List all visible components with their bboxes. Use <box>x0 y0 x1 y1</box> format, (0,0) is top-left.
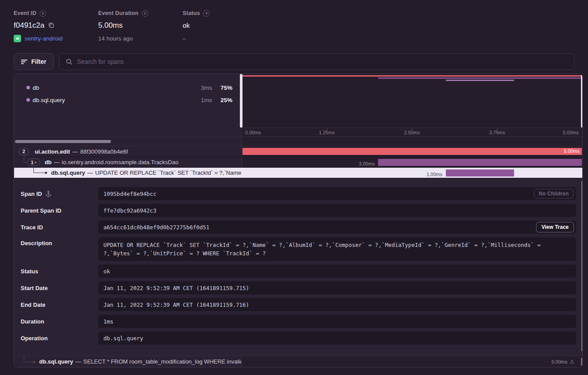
event-id-value: f0491c2a <box>14 21 44 30</box>
toolbar: Filter <box>14 53 574 70</box>
description-value: UPDATE OR REPLACE `Track` SET `TrackId` … <box>103 241 550 257</box>
time-axis: 0.00ms 1.25ms 2.50ms 3.75ms 5.00ms <box>242 128 582 136</box>
span-description: SELECT * FROM room_table_modification_lo… <box>83 358 241 365</box>
minimap-right-handle[interactable] <box>581 74 583 128</box>
op-duration: 3ms <box>195 85 212 91</box>
span-row-db-sql-query-select[interactable]: db.sql.query—SELECT * FROM room_table_mo… <box>14 356 582 367</box>
minimap[interactable] <box>242 74 582 128</box>
op-name: db <box>33 85 39 91</box>
span-op: db <box>44 159 51 165</box>
event-header: Event ID ? f0491c2a sentry-android Event… <box>0 0 588 42</box>
detail-row-span-id: Span ID 1095bd4ef8e94bcc No Children <box>21 187 576 200</box>
detail-row-duration: Duration 1ms <box>21 315 576 328</box>
field-label: Status <box>21 268 38 275</box>
tree-connector <box>24 362 33 362</box>
span-duration-bar[interactable] <box>378 159 582 166</box>
minimap-span-bar <box>378 77 582 79</box>
vertical-scrollbar[interactable] <box>581 181 582 351</box>
status-secondary: – <box>183 35 186 42</box>
span-duration-bar[interactable] <box>581 358 582 366</box>
span-op: db.sql.query <box>39 358 73 365</box>
span-op: db.sql.query <box>51 169 85 176</box>
field-label: End Date <box>21 301 45 308</box>
field-label: Trace ID <box>21 224 43 231</box>
event-duration-value: 5.00ms <box>98 21 123 30</box>
no-children-badge: No Children <box>534 189 573 199</box>
span-op: ui.action.edit <box>35 148 70 155</box>
axis-tick-label: 2.50ms <box>404 130 420 135</box>
span-duration-bar[interactable]: 5.00ms <box>243 148 582 155</box>
trace-minimap-section: db 3ms 75% db.sql.query 1ms 25% <box>14 74 582 146</box>
horizontal-scrollbar-thumb[interactable] <box>15 140 111 143</box>
span-description: UPDATE OR REPLACE `Track` SET `TrackId` … <box>95 169 242 176</box>
span-duration-label: 1.00ms <box>426 172 442 177</box>
field-value-box: db.sql.query <box>98 331 576 345</box>
tree-connector-dot <box>33 361 35 363</box>
timeline-column: 0.00ms 1.25ms 2.50ms 3.75ms 5.00ms <box>242 74 582 146</box>
help-icon[interactable]: ? <box>203 10 209 17</box>
span-description: io.sentry.android.roomsample.data.Tracks… <box>62 159 178 165</box>
tree-connector-dot <box>45 172 47 174</box>
op-percent: 25% <box>212 97 232 103</box>
event-age: 14 hours ago <box>98 35 133 42</box>
help-icon[interactable]: ? <box>40 10 46 17</box>
help-icon[interactable]: ? <box>142 10 148 17</box>
status-block: Status ? ok – <box>183 10 209 42</box>
minimap-left-handle[interactable] <box>240 74 243 128</box>
tree-connector <box>33 166 34 173</box>
operations-breakdown: db 3ms 75% db.sql.query 1ms 25% <box>14 74 242 146</box>
axis-tick-label: 5.00ms <box>563 130 579 135</box>
children-count-badge[interactable]: 2 <box>18 148 29 155</box>
span-duration-label: 5.00ms <box>564 148 580 154</box>
minimap-span-bar <box>446 80 514 81</box>
detail-row-start-date: Start Date Jan 11, 2022 9:52:39 AM CET (… <box>21 281 576 294</box>
warning-icon: ⚠ <box>570 359 574 365</box>
duration-value: 1ms <box>103 318 114 325</box>
span-duration-label: 3.00ms <box>359 161 375 166</box>
span-duration-label: 0.00ms <box>551 359 567 364</box>
span-row-db-sql-query-selected[interactable]: db.sql.query—UPDATE OR REPLACE `Track` S… <box>14 167 582 178</box>
filter-button[interactable]: Filter <box>14 53 54 70</box>
timeline-spacer <box>242 136 582 145</box>
field-value-box: 1ms <box>98 315 576 328</box>
tree-connector <box>33 173 45 173</box>
event-id-block: Event ID ? f0491c2a sentry-android <box>14 10 98 42</box>
event-duration-block: Event Duration ? 5.00ms 14 hours ago <box>98 10 183 42</box>
op-percent: 75% <box>212 85 232 91</box>
view-trace-button[interactable]: View Trace <box>536 222 574 232</box>
anchor-icon[interactable] <box>45 191 51 197</box>
span-id-value: 1095bd4ef8e94bcc <box>103 191 156 197</box>
project-link[interactable]: sentry-android <box>25 35 62 42</box>
field-value-box: Jan 11, 2022 9:52:39 AM CET (1641891159.… <box>98 298 576 311</box>
span-row-db[interactable]: 1^ db—io.sentry.android.roomsample.data.… <box>14 157 582 167</box>
trace-id-value: a654cc61dc0b48ef9d0b27275b6f0d51 <box>103 224 209 231</box>
search-input[interactable] <box>77 58 568 65</box>
detail-row-description: Description UPDATE OR REPLACE `Track` SE… <box>21 237 576 261</box>
tree-connector <box>24 155 24 162</box>
chevron-up-icon: ^ <box>34 161 37 165</box>
axis-tick-label: 1.25ms <box>319 130 334 135</box>
span-detail-page: Event ID ? f0491c2a sentry-android Event… <box>0 0 588 375</box>
field-label: Operation <box>21 335 48 342</box>
field-label: Parent Span ID <box>21 207 61 214</box>
field-label: Duration <box>21 318 44 325</box>
field-label: Span ID <box>21 191 42 197</box>
span-tree: 2 ui.action.edit—88f300998a0b4e6f 5.00ms… <box>14 146 582 178</box>
horizontal-scrollbar[interactable] <box>14 137 241 146</box>
field-value-box: Jan 11, 2022 9:52:39 AM CET (1641891159.… <box>98 281 576 294</box>
span-description: 88f300998a0b4e6f <box>80 148 128 155</box>
status-label: Status <box>183 10 200 16</box>
start-date-value: Jan 11, 2022 9:52:39 AM CET (1641891159.… <box>103 285 249 291</box>
detail-row-end-date: End Date Jan 11, 2022 9:52:39 AM CET (16… <box>21 298 576 311</box>
copy-icon[interactable] <box>48 22 55 29</box>
span-row-ui-action-edit[interactable]: 2 ui.action.edit—88f300998a0b4e6f 5.00ms <box>14 146 582 157</box>
status-value: ok <box>183 22 190 29</box>
op-color-dot <box>26 86 30 89</box>
search-box[interactable] <box>59 53 574 70</box>
children-count-badge[interactable]: 1^ <box>27 158 40 166</box>
filter-icon <box>21 59 27 64</box>
span-duration-bar[interactable] <box>446 169 514 176</box>
status-field-value: ok <box>103 268 110 275</box>
op-color-dot <box>26 98 30 102</box>
legend-item: db 3ms 75% <box>14 81 241 94</box>
